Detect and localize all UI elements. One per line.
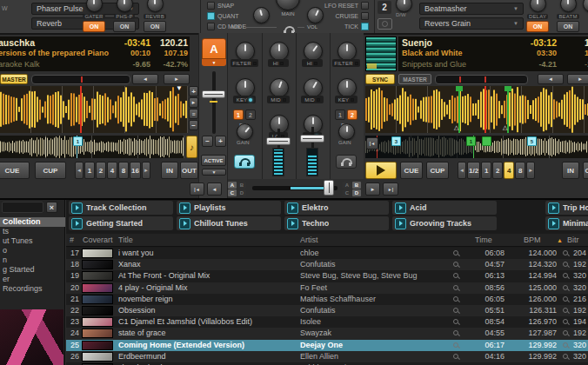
fx-knob[interactable] <box>86 0 103 12</box>
search-icon[interactable] <box>453 319 460 326</box>
deck-a-letter-badge[interactable]: A <box>202 38 226 59</box>
deck-a-tempo-minus-button[interactable]: − <box>202 136 213 147</box>
favorite-shortcut[interactable]: Grooving Tracks <box>392 216 497 230</box>
deck-a-wave-option-button[interactable]: ► <box>189 97 198 108</box>
search-icon[interactable] <box>563 330 570 337</box>
channel-b-volume-fader[interactable] <box>300 135 324 143</box>
deck-a-cue-button[interactable]: CUE <box>0 162 30 179</box>
deck-a-tempo-plus-button[interactable]: + <box>215 136 226 147</box>
search-icon[interactable] <box>453 308 460 315</box>
column-header-title[interactable]: Title <box>118 236 133 244</box>
snapshot-icon[interactable] <box>378 18 392 30</box>
favorite-shortcut[interactable]: Trip Hop <box>545 201 588 215</box>
loop-size-button[interactable]: 2 <box>492 162 503 179</box>
loop-size-button[interactable]: 8 <box>118 162 129 179</box>
loop-size-button[interactable]: 16 <box>130 162 141 179</box>
search-icon[interactable] <box>453 330 460 337</box>
channel-a-fx2-button[interactable]: 2 <box>245 110 256 120</box>
crossfader-assign-right[interactable]: AB CD <box>343 182 361 196</box>
deck-b-tempo-bend-right-button[interactable]: ► <box>567 74 588 84</box>
favorite-shortcut[interactable]: Track Collection <box>69 201 173 215</box>
channel-b-cue-button[interactable] <box>336 155 357 169</box>
track-row[interactable]: 23 C1 Djamel Et Jamshid (Villalobos Edit… <box>66 316 588 328</box>
channel-a-fx1-button[interactable]: 1 <box>233 110 244 120</box>
deck-b-cue-marker-5[interactable]: 5 <box>527 136 537 146</box>
deck-b-cue-marker-3[interactable]: 3 <box>391 136 401 146</box>
browser-tree-item[interactable]: ut Tunes <box>0 236 65 246</box>
loop-size-button[interactable]: 1 <box>481 162 491 179</box>
channel-a-filter-knob[interactable] <box>236 42 255 61</box>
fx-knob[interactable] <box>583 0 588 12</box>
deck-a-loop-out-button[interactable]: OUT <box>180 162 198 179</box>
track-row[interactable]: 22 Obsession Confutatis 05:51 126.311 19… <box>66 305 588 316</box>
channel-a-cue-button[interactable] <box>234 155 255 169</box>
browser-tree-item[interactable]: n <box>0 256 65 265</box>
track-row[interactable]: 26 Erdbeermund Ellen Allien 04:16 129.99… <box>66 351 588 362</box>
search-icon[interactable] <box>563 354 570 361</box>
track-row[interactable]: 20 4 play - Original Mix Fo Feet 08:56 1… <box>66 282 588 294</box>
channel-a-mid-knob[interactable] <box>270 78 289 97</box>
channel-a-gain-knob[interactable] <box>237 123 253 140</box>
deck-b-loop-out-flag[interactable] <box>482 136 491 146</box>
deck-b-cup-button[interactable]: CUP <box>426 162 449 179</box>
fx-knob[interactable] <box>147 0 164 12</box>
deck-a-zoom-out-button[interactable]: − <box>189 120 198 130</box>
column-header-num[interactable]: # <box>70 236 74 244</box>
channel-a-hi-knob[interactable] <box>270 42 289 61</box>
favorite-shortcut[interactable]: Chillout Tunes <box>177 216 281 230</box>
channel-b-mid-knob[interactable] <box>304 78 323 97</box>
fx-on-button[interactable]: ON <box>144 21 166 32</box>
search-icon[interactable] <box>563 319 570 326</box>
deck-b-play-button[interactable] <box>365 162 397 179</box>
deck-b-skip-to-start-button[interactable]: |◄ <box>366 137 378 149</box>
channel-b-key-knob[interactable] <box>337 78 357 97</box>
crossfader-move-start-button[interactable]: |◄ <box>190 182 204 196</box>
favorite-shortcut[interactable]: Techno <box>284 216 389 230</box>
deck-b-loop-in-button[interactable]: IN <box>562 162 579 179</box>
search-icon[interactable] <box>453 273 460 280</box>
search-icon[interactable] <box>563 273 570 280</box>
fx-knob[interactable] <box>117 0 133 12</box>
crossfader-move-end-button[interactable]: ►| <box>383 182 398 196</box>
column-header-bpm[interactable]: BPM <box>524 236 541 244</box>
loop-size-button[interactable]: 4 <box>504 162 514 179</box>
deck-a-cue-marker-1[interactable]: 1 <box>73 136 83 146</box>
search-icon[interactable] <box>453 354 460 361</box>
favorite-shortcut[interactable]: Getting Started <box>69 216 173 230</box>
search-icon[interactable] <box>563 285 570 292</box>
fx-knob[interactable] <box>530 0 546 12</box>
toggle[interactable]: QUANT <box>207 12 246 20</box>
deck-a-waveform[interactable]: ▼ <box>0 86 188 133</box>
fx2-dw-knob[interactable] <box>396 0 412 12</box>
search-icon[interactable] <box>453 342 460 349</box>
deck-b-sync-button[interactable]: SYNC <box>365 74 395 84</box>
favorite-shortcut[interactable]: Elektro <box>284 201 389 215</box>
deck-a-loop-in-button[interactable]: IN <box>161 162 178 179</box>
loop-size-button[interactable]: 1/2 <box>467 162 480 179</box>
search-icon[interactable] <box>453 250 460 257</box>
channel-b-filter-knob[interactable] <box>337 42 357 61</box>
search-clear-button[interactable]: × <box>46 202 57 213</box>
loop-size-button[interactable]: 4 <box>107 162 117 179</box>
deck-a-tempo-bend-right-button[interactable]: ► <box>164 74 190 84</box>
deck-a-letter-dropdown[interactable]: ▼ <box>202 59 226 66</box>
deck-a-zoom-in-button[interactable]: + <box>189 86 198 96</box>
deck-a-stripe-overview[interactable]: 1 <box>0 136 184 158</box>
loop-size-button[interactable]: 2 <box>96 162 106 179</box>
deck-b-tempo-bend-left-button[interactable]: ◄ <box>538 74 564 84</box>
loop-size-decrease-button[interactable]: ◄ <box>458 162 466 179</box>
crossfader-move-left-button[interactable]: ◄ <box>207 182 222 196</box>
deck-b-loop-marker-1[interactable]: 1 <box>466 136 476 146</box>
track-row[interactable]: 18 Xanax Confutatis 04:57 124.320 192 <box>66 259 588 270</box>
browser-tree-item[interactable]: Collection <box>0 217 65 227</box>
channel-b-hi-knob[interactable] <box>304 42 323 61</box>
channel-a-key-knob[interactable] <box>236 78 255 97</box>
loop-size-decrease-button[interactable]: ◄ <box>75 162 84 179</box>
track-row[interactable]: 24 state of grace Swayzak 04:55 127.987 … <box>66 328 588 339</box>
search-input[interactable] <box>2 202 43 213</box>
deck-a-loop-active-button[interactable]: ACTIVE <box>201 155 226 166</box>
favorite-shortcut[interactable]: Playlists <box>177 201 281 215</box>
search-icon[interactable] <box>563 342 570 349</box>
mix-knob[interactable] <box>253 7 270 23</box>
deck-b-stripe-overview[interactable]: 3 1 5 <box>365 136 588 158</box>
